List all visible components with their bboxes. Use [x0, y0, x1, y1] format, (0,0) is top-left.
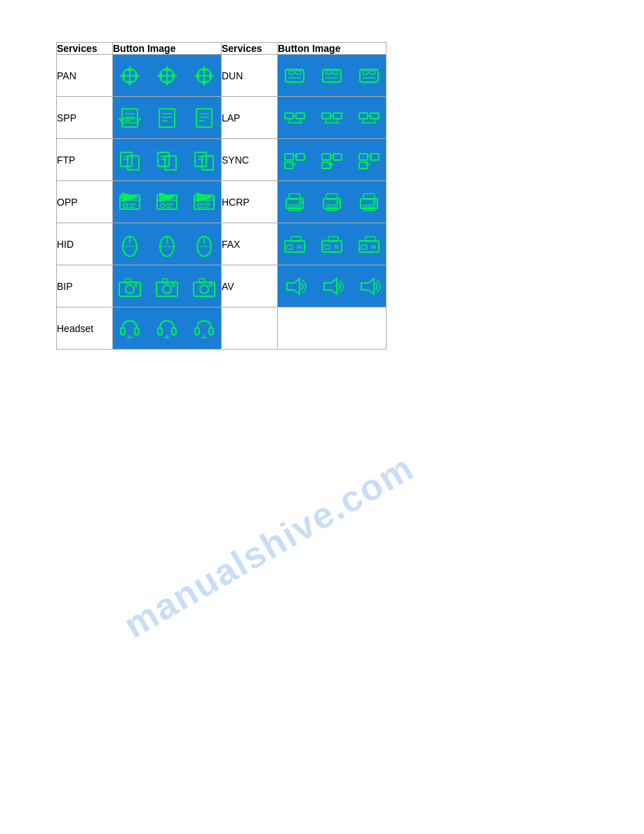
svg-point-161 [135, 284, 137, 286]
svg-point-119 [299, 201, 302, 204]
service-sync: SYNC [222, 139, 278, 181]
svg-rect-178 [172, 328, 176, 335]
svg-rect-177 [158, 328, 162, 335]
svg-point-167 [200, 285, 208, 293]
services-table: Services Button Image Services Button Im… [56, 42, 387, 350]
icon-lap [278, 97, 387, 139]
watermark: manualshive.com [116, 446, 421, 646]
table-row: Headset [57, 307, 387, 350]
svg-marker-79 [296, 154, 298, 157]
svg-rect-84 [333, 154, 342, 160]
service-lap: LAP [222, 97, 278, 139]
svg-rect-182 [209, 328, 213, 335]
svg-rect-155 [361, 245, 367, 249]
svg-point-165 [172, 284, 175, 286]
service-fax: FAX [222, 223, 278, 265]
svg-rect-80 [285, 162, 293, 168]
svg-rect-90 [359, 154, 368, 160]
svg-point-30 [363, 70, 368, 74]
svg-point-106 [161, 204, 165, 208]
icon-pan [113, 55, 222, 97]
svg-rect-76 [285, 154, 293, 160]
svg-rect-143 [285, 241, 304, 252]
svg-rect-65 [128, 156, 139, 170]
svg-rect-148 [322, 241, 342, 252]
service-empty [222, 307, 278, 350]
svg-rect-33 [122, 109, 137, 127]
table-row: SPP [57, 97, 387, 139]
svg-rect-69 [165, 156, 176, 170]
svg-rect-77 [296, 154, 304, 160]
svg-point-27 [333, 70, 338, 74]
col3-header: Services [222, 43, 278, 55]
icon-opp [113, 181, 222, 223]
svg-point-163 [163, 285, 171, 293]
icon-bip [113, 265, 222, 307]
svg-point-159 [126, 285, 134, 293]
svg-marker-171 [324, 279, 337, 294]
svg-point-31 [370, 70, 375, 74]
service-dun: DUN [222, 55, 278, 97]
icon-hcrp [278, 181, 387, 223]
svg-point-124 [336, 201, 339, 204]
icon-ftp [113, 139, 222, 181]
icon-av [278, 265, 387, 307]
svg-rect-91 [370, 154, 379, 160]
icon-hid [113, 223, 222, 265]
svg-point-22 [288, 70, 294, 74]
service-hcrp: HCRP [222, 181, 278, 223]
col4-header: Button Image [278, 43, 387, 55]
icon-headset [113, 307, 222, 350]
table-row: PAN [57, 55, 387, 97]
col1-header: Services [57, 43, 113, 55]
service-pan: PAN [57, 55, 113, 97]
svg-rect-83 [322, 154, 330, 160]
svg-marker-115 [196, 192, 214, 202]
svg-marker-96 [365, 163, 368, 166]
svg-point-26 [326, 70, 331, 74]
svg-marker-109 [159, 192, 177, 202]
svg-rect-38 [159, 109, 175, 127]
service-ftp: FTP [57, 139, 113, 181]
icon-sync [278, 139, 387, 181]
svg-rect-52 [322, 113, 330, 119]
svg-rect-73 [202, 156, 213, 170]
col2-header: Button Image [113, 43, 222, 55]
svg-rect-58 [359, 113, 368, 119]
icon-fax [278, 223, 387, 265]
svg-rect-46 [285, 113, 293, 119]
svg-rect-153 [359, 241, 379, 252]
svg-rect-174 [135, 328, 139, 335]
svg-rect-42 [196, 109, 212, 127]
svg-point-99 [123, 204, 128, 208]
svg-marker-93 [370, 154, 373, 157]
page-wrapper: Services Button Image Services Button Im… [0, 0, 644, 392]
svg-marker-89 [328, 163, 330, 166]
svg-marker-172 [361, 279, 374, 294]
svg-rect-150 [324, 245, 330, 249]
service-av: AV [222, 265, 278, 307]
svg-marker-82 [291, 163, 293, 166]
svg-point-169 [209, 284, 212, 286]
svg-rect-53 [333, 113, 342, 119]
icon-dun [278, 55, 387, 97]
service-bip: BIP [57, 265, 113, 307]
svg-rect-87 [322, 162, 330, 168]
svg-rect-94 [359, 162, 368, 168]
table-row: HID [57, 223, 387, 265]
table-row: FTP [57, 139, 387, 181]
service-headset: Headset [57, 307, 113, 350]
svg-rect-173 [121, 328, 125, 335]
icon-empty [278, 307, 387, 350]
service-spp: SPP [57, 97, 113, 139]
svg-marker-86 [333, 154, 335, 157]
service-hid: HID [57, 223, 113, 265]
svg-marker-170 [287, 279, 300, 294]
svg-rect-59 [370, 113, 379, 119]
svg-point-23 [295, 70, 301, 74]
table-row: OPP [57, 181, 387, 223]
icon-spp [113, 97, 222, 139]
svg-rect-47 [296, 113, 304, 119]
svg-point-112 [198, 204, 202, 208]
table-row: BIP [57, 265, 387, 307]
